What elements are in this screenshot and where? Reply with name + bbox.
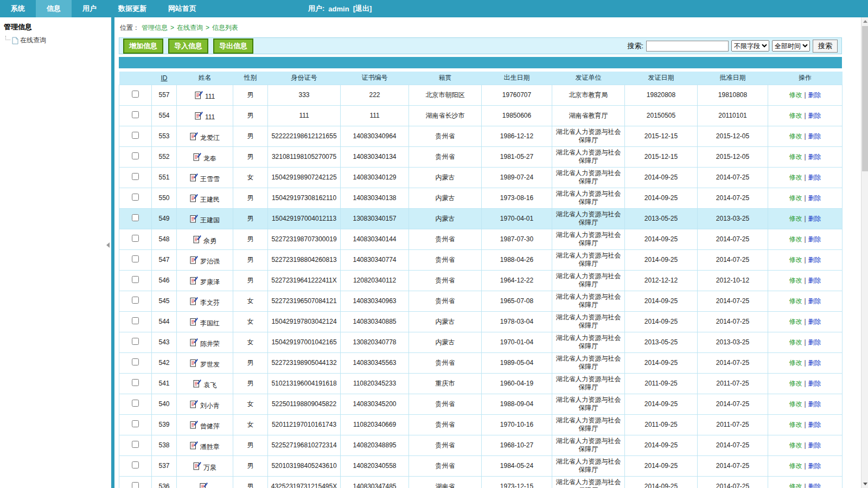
delete-link[interactable]: 删除 <box>808 235 821 243</box>
delete-link[interactable]: 删除 <box>808 338 821 346</box>
edit-note-icon[interactable] <box>200 482 208 488</box>
delete-link[interactable]: 删除 <box>808 256 821 264</box>
edit-note-icon[interactable] <box>190 441 198 450</box>
row-checkbox[interactable] <box>132 255 139 262</box>
edit-note-icon[interactable] <box>190 194 198 202</box>
time-select[interactable]: 全部时间 <box>772 40 810 52</box>
edit-link[interactable]: 修改 <box>789 153 802 160</box>
row-checkbox[interactable] <box>132 276 139 283</box>
edit-link[interactable]: 修改 <box>789 441 802 449</box>
row-checkbox[interactable] <box>132 358 139 365</box>
row-checkbox[interactable] <box>132 297 139 304</box>
scrollbar-up-arrow-icon[interactable] <box>863 20 867 23</box>
edit-note-icon[interactable] <box>193 152 201 161</box>
edit-note-icon[interactable] <box>190 276 198 285</box>
edit-note-icon[interactable] <box>190 255 198 264</box>
logout-link[interactable]: [退出] <box>353 4 372 14</box>
nav-tab-users[interactable]: 用户 <box>72 0 107 17</box>
edit-note-icon[interactable] <box>193 379 201 388</box>
edit-link[interactable]: 修改 <box>789 359 802 367</box>
sidebar-item-online-query[interactable]: 在线查询 <box>4 36 111 45</box>
row-checkbox[interactable] <box>132 194 139 201</box>
delete-link[interactable]: 删除 <box>808 277 821 284</box>
edit-link[interactable]: 修改 <box>789 194 802 202</box>
row-checkbox[interactable] <box>132 461 139 468</box>
row-checkbox[interactable] <box>132 132 139 139</box>
field-select[interactable]: 不限字段 <box>731 40 769 52</box>
edit-link[interactable]: 修改 <box>789 277 802 284</box>
edit-note-icon[interactable] <box>190 132 198 140</box>
header-id-sort-link[interactable]: ID <box>161 74 168 82</box>
breadcrumb-link-1[interactable]: 在线查询 <box>177 24 203 31</box>
edit-link[interactable]: 修改 <box>789 483 802 488</box>
scrollbar-down-arrow-icon[interactable] <box>863 483 867 485</box>
breadcrumb-link-2[interactable]: 信息列表 <box>212 24 238 31</box>
row-checkbox[interactable] <box>132 400 139 407</box>
row-checkbox[interactable] <box>132 482 139 488</box>
edit-link[interactable]: 修改 <box>789 297 802 305</box>
delete-link[interactable]: 删除 <box>808 194 821 202</box>
edit-link[interactable]: 修改 <box>789 338 802 346</box>
edit-note-icon[interactable] <box>195 111 203 120</box>
edit-note-icon[interactable] <box>190 400 198 408</box>
row-checkbox[interactable] <box>132 173 139 180</box>
edit-note-icon[interactable] <box>190 297 198 305</box>
row-checkbox[interactable] <box>132 420 139 427</box>
edit-note-icon[interactable] <box>193 461 201 470</box>
row-checkbox[interactable] <box>132 317 139 324</box>
nav-tab-data-update[interactable]: 数据更新 <box>107 0 157 17</box>
row-checkbox[interactable] <box>132 441 139 448</box>
nav-tab-info[interactable]: 信息 <box>36 0 72 17</box>
delete-link[interactable]: 删除 <box>808 297 821 305</box>
delete-link[interactable]: 删除 <box>808 91 821 99</box>
row-checkbox[interactable] <box>132 111 139 118</box>
nav-tab-site-home[interactable]: 网站首页 <box>157 0 207 17</box>
delete-link[interactable]: 删除 <box>808 132 821 140</box>
delete-link[interactable]: 删除 <box>808 421 821 428</box>
delete-link[interactable]: 删除 <box>808 215 821 222</box>
delete-link[interactable]: 删除 <box>808 318 821 325</box>
vertical-scrollbar[interactable] <box>861 17 868 488</box>
search-button[interactable]: 搜索 <box>813 40 838 53</box>
edit-note-icon[interactable] <box>190 420 198 429</box>
edit-link[interactable]: 修改 <box>789 215 802 222</box>
edit-link[interactable]: 修改 <box>789 174 802 181</box>
import-info-button[interactable]: 导入信息 <box>168 38 208 54</box>
row-checkbox[interactable] <box>132 91 139 98</box>
edit-link[interactable]: 修改 <box>789 380 802 387</box>
delete-link[interactable]: 删除 <box>808 441 821 449</box>
edit-note-icon[interactable] <box>195 91 203 99</box>
add-info-button[interactable]: 增加信息 <box>123 38 163 54</box>
row-checkbox[interactable] <box>132 338 139 345</box>
edit-link[interactable]: 修改 <box>789 256 802 264</box>
edit-link[interactable]: 修改 <box>789 112 802 119</box>
edit-note-icon[interactable] <box>190 317 198 326</box>
delete-link[interactable]: 删除 <box>808 153 821 160</box>
delete-link[interactable]: 删除 <box>808 483 821 488</box>
edit-link[interactable]: 修改 <box>789 235 802 243</box>
edit-note-icon[interactable] <box>193 235 201 243</box>
delete-link[interactable]: 删除 <box>808 174 821 181</box>
edit-link[interactable]: 修改 <box>789 400 802 408</box>
edit-link[interactable]: 修改 <box>789 132 802 140</box>
delete-link[interactable]: 删除 <box>808 359 821 367</box>
row-checkbox[interactable] <box>132 152 139 159</box>
breadcrumb-link-0[interactable]: 管理信息 <box>142 24 168 31</box>
nav-tab-system[interactable]: 系统 <box>0 0 36 17</box>
row-checkbox[interactable] <box>132 379 139 386</box>
delete-link[interactable]: 删除 <box>808 400 821 408</box>
edit-note-icon[interactable] <box>190 173 198 182</box>
row-checkbox[interactable] <box>132 235 139 242</box>
edit-link[interactable]: 修改 <box>789 91 802 99</box>
delete-link[interactable]: 删除 <box>808 112 821 119</box>
edit-link[interactable]: 修改 <box>789 318 802 325</box>
edit-note-icon[interactable] <box>190 358 198 367</box>
edit-note-icon[interactable] <box>190 338 198 346</box>
scrollbar-thumb[interactable] <box>862 26 868 171</box>
search-input[interactable] <box>646 41 729 52</box>
row-checkbox[interactable] <box>132 214 139 221</box>
delete-link[interactable]: 删除 <box>808 380 821 387</box>
export-info-button[interactable]: 导出信息 <box>213 38 253 54</box>
edit-note-icon[interactable] <box>190 214 198 223</box>
delete-link[interactable]: 删除 <box>808 462 821 470</box>
